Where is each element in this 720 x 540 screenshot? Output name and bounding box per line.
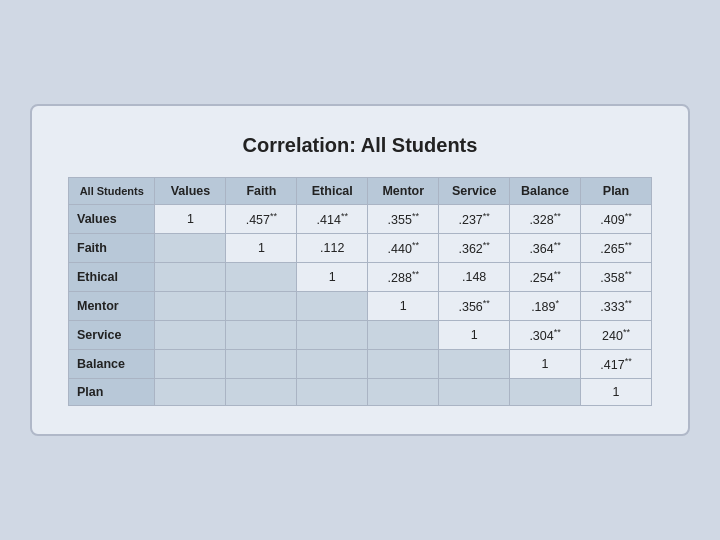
table-cell: [155, 379, 226, 406]
table-cell: 1: [439, 321, 510, 350]
table-cell: .409**: [581, 204, 652, 233]
table-cell: [155, 350, 226, 379]
table-cell: [155, 233, 226, 262]
table-cell: .333**: [581, 292, 652, 321]
header-col-faith: Faith: [226, 177, 297, 204]
header-col-service: Service: [439, 177, 510, 204]
row-label-ethical: Ethical: [69, 262, 155, 291]
row-label-plan: Plan: [69, 379, 155, 406]
header-col-balance: Balance: [510, 177, 581, 204]
table-cell: 1: [510, 350, 581, 379]
row-label-values: Values: [69, 204, 155, 233]
table-row: Service1.304**240**: [69, 321, 652, 350]
table-cell: .362**: [439, 233, 510, 262]
header-col-values: Values: [155, 177, 226, 204]
table-row: Mentor1.356**.189*.333**: [69, 292, 652, 321]
table-cell: .440**: [368, 233, 439, 262]
table-cell: [226, 379, 297, 406]
table-cell: [297, 321, 368, 350]
header-row-label: All Students: [69, 177, 155, 204]
table-row: Balance1.417**: [69, 350, 652, 379]
table-cell: [226, 292, 297, 321]
table-cell: [155, 321, 226, 350]
table-row: Faith1.112.440**.362**.364**.265**: [69, 233, 652, 262]
table-cell: .457**: [226, 204, 297, 233]
header-col-ethical: Ethical: [297, 177, 368, 204]
table-cell: [439, 379, 510, 406]
table-cell: [368, 350, 439, 379]
table-cell: [439, 350, 510, 379]
row-label-mentor: Mentor: [69, 292, 155, 321]
table-cell: .112: [297, 233, 368, 262]
correlation-table: All StudentsValuesFaithEthicalMentorServ…: [68, 177, 652, 407]
table-row: Ethical1.288**.148.254**.358**: [69, 262, 652, 291]
table-cell: 1: [297, 262, 368, 291]
table-cell: [510, 379, 581, 406]
table-cell: 1: [155, 204, 226, 233]
table-cell: 1: [226, 233, 297, 262]
table-cell: [226, 321, 297, 350]
header-col-mentor: Mentor: [368, 177, 439, 204]
row-label-service: Service: [69, 321, 155, 350]
table-cell: [297, 379, 368, 406]
table-cell: .355**: [368, 204, 439, 233]
table-cell: [297, 350, 368, 379]
table-cell: 1: [581, 379, 652, 406]
table-cell: .304**: [510, 321, 581, 350]
table-cell: [368, 321, 439, 350]
table-cell: .356**: [439, 292, 510, 321]
table-cell: [226, 262, 297, 291]
table-cell: .288**: [368, 262, 439, 291]
page-title: Correlation: All Students: [68, 134, 652, 157]
table-cell: .237**: [439, 204, 510, 233]
table-cell: [297, 292, 368, 321]
table-cell: .358**: [581, 262, 652, 291]
main-card: Correlation: All Students All StudentsVa…: [30, 104, 690, 437]
table-row: Plan1: [69, 379, 652, 406]
table-cell: .265**: [581, 233, 652, 262]
table-cell: .328**: [510, 204, 581, 233]
table-cell: [155, 292, 226, 321]
table-cell: [155, 262, 226, 291]
table-cell: .364**: [510, 233, 581, 262]
table-cell: 240**: [581, 321, 652, 350]
row-label-balance: Balance: [69, 350, 155, 379]
table-cell: .254**: [510, 262, 581, 291]
table-cell: [368, 379, 439, 406]
table-cell: [226, 350, 297, 379]
table-cell: .148: [439, 262, 510, 291]
header-col-plan: Plan: [581, 177, 652, 204]
table-cell: 1: [368, 292, 439, 321]
table-cell: .417**: [581, 350, 652, 379]
row-label-faith: Faith: [69, 233, 155, 262]
table-cell: .414**: [297, 204, 368, 233]
table-row: Values1.457**.414**.355**.237**.328**.40…: [69, 204, 652, 233]
table-cell: .189*: [510, 292, 581, 321]
